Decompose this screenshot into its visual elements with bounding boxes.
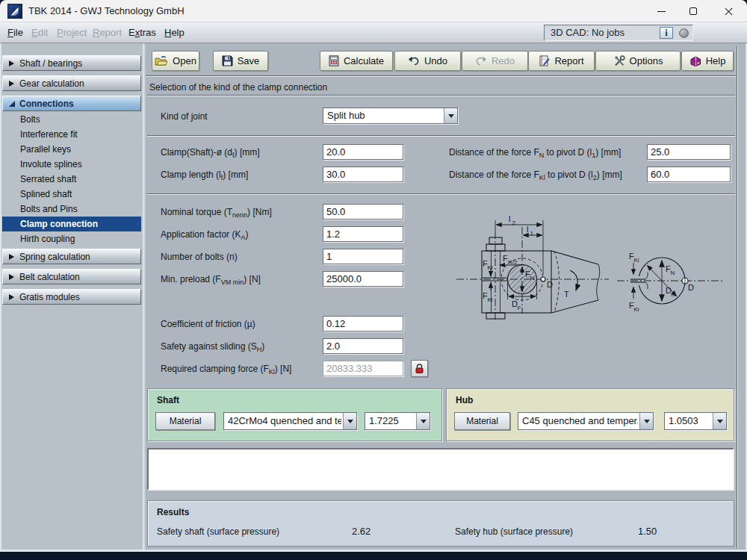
report-label: Report [554, 55, 583, 66]
clamp-connection-front-view-diagram: F N D m D F Kl F Kl [613, 217, 732, 314]
menu-help[interactable]: Help [163, 22, 186, 43]
sidebar-section-shaft-bearings[interactable]: Shaft / bearings [2, 55, 141, 71]
chevron-down-icon[interactable] [416, 413, 430, 429]
menu-extras[interactable]: Extras [127, 22, 158, 43]
number-of-bolts-input[interactable] [323, 249, 403, 264]
help-label: Help [706, 55, 726, 66]
force-fkl-bottom-sub: Kl [634, 306, 639, 313]
hub-material-panel: Hub Material C45 quenched and temper... … [446, 388, 734, 441]
sidebar-item-bolts-and-pins[interactable]: Bolts and Pins [2, 202, 141, 217]
dim-l2-label: l [509, 214, 510, 223]
dim-df-sub: F [518, 305, 521, 311]
menu-file[interactable]: File [6, 22, 25, 43]
calculate-button[interactable]: Calculate [320, 51, 393, 71]
save-label: Save [238, 55, 260, 66]
titlebar: TBK 2014 - GWJ Technology GmbH [0, 0, 747, 22]
maximize-button[interactable] [676, 0, 710, 22]
distance-fkl-input[interactable] [647, 167, 731, 182]
sidebar-item-hirth-coupling[interactable]: Hirth coupling [2, 231, 141, 246]
sidebar-section-spring-calculation[interactable]: Spring calculation [2, 249, 141, 264]
section-label: Connections [19, 99, 74, 109]
min-preload-input[interactable] [323, 271, 403, 287]
application-factor-input[interactable] [323, 226, 403, 242]
options-button[interactable]: Options [595, 51, 681, 71]
distance-fn-label: Distance of the force FN to pivot D (l1)… [449, 147, 621, 159]
shaft-material-panel: Shaft Material 42CrMo4 quenched and te..… [147, 388, 442, 441]
hub-panel-title: Hub [456, 395, 473, 405]
chevron-down-icon[interactable] [444, 108, 457, 123]
chevron-down-icon[interactable] [343, 413, 356, 429]
shaft-material-button[interactable]: Material [155, 412, 215, 430]
message-area[interactable] [147, 448, 734, 491]
redo-button: Redo [462, 51, 528, 71]
sidebar-item-interference-fit[interactable]: Interference fit [2, 127, 141, 142]
shaft-material-number: 1.7225 [369, 413, 415, 429]
pivot-d-label: D [547, 280, 553, 289]
results-title: Results [157, 507, 189, 517]
close-icon [724, 7, 734, 16]
window-bottom-edge [0, 550, 747, 552]
shaft-material-button-label: Material [170, 416, 202, 426]
sidebar-item-splined-shaft[interactable]: Splined shaft [2, 187, 141, 202]
kind-of-joint-select[interactable]: Split hub [323, 108, 458, 124]
dim-l1-label: l [527, 225, 528, 234]
torque-t-label: T [564, 290, 569, 299]
clamp-length-input[interactable] [323, 167, 403, 182]
sidebar-section-gear-calculation[interactable]: Gear calculation [2, 75, 141, 91]
sidebar-item-bolts[interactable]: Bolts [2, 112, 141, 127]
hub-material-button-label: Material [466, 416, 498, 426]
sliding-safety-input[interactable] [323, 338, 403, 354]
separator [147, 193, 735, 195]
force-fn-sub: N [530, 275, 535, 281]
section-label: Shaft / bearings [19, 58, 82, 69]
clamp-diameter-input[interactable] [323, 144, 403, 160]
shaft-material-number-select[interactable]: 1.7225 [365, 412, 430, 430]
sidebar-section-belt-calculation[interactable]: Belt calculation [2, 269, 141, 284]
close-button[interactable] [710, 0, 747, 22]
hub-material-button[interactable]: Material [454, 412, 510, 430]
sidebar-item-involute-splines[interactable]: Involute splines [2, 157, 141, 172]
cad-status-box: 3D CAD: No jobs i [544, 25, 693, 41]
sidebar-item-parallel-keys[interactable]: Parallel keys [2, 142, 141, 157]
pivot-d-label: D [688, 283, 694, 292]
minimize-icon [657, 11, 666, 12]
calculate-label: Calculate [344, 55, 384, 66]
chevron-right-icon [9, 254, 14, 260]
friction-input[interactable] [323, 316, 403, 332]
arrow-undo-icon [408, 56, 420, 66]
shaft-material-select[interactable]: 42CrMo4 quenched and te... [223, 412, 357, 430]
separator [147, 135, 735, 137]
report-button[interactable]: Report [528, 51, 595, 71]
force-fr-sub: R/2 [508, 259, 518, 266]
chevron-right-icon [9, 81, 14, 87]
hub-material-select[interactable]: C45 quenched and temper... [518, 412, 654, 430]
chevron-down-icon[interactable] [639, 413, 653, 429]
distance-fn-input[interactable] [647, 144, 731, 160]
menubar: File Edit Project Report Extras Help 3D … [0, 22, 747, 43]
distance-fkl-label: Distance of the force FKl to pivot D (l2… [449, 169, 622, 181]
lock-toggle-button[interactable] [411, 360, 428, 377]
open-button[interactable]: Open [152, 51, 199, 71]
info-icon[interactable]: i [660, 27, 673, 39]
menu-project: Project [55, 22, 88, 43]
toolbar-separator [146, 75, 737, 77]
sidebar-item-clamp-connection[interactable]: Clamp connection [2, 217, 141, 231]
section-label: Gear calculation [19, 78, 84, 89]
chevron-down-icon[interactable] [713, 413, 726, 429]
sidebar-section-connections[interactable]: Connections [2, 96, 141, 111]
tools-icon [613, 55, 625, 66]
force-fkl-bottom-sub: Kl [488, 296, 493, 303]
sidebar-section-gratis-modules[interactable]: Gratis modules [2, 289, 141, 305]
sidebar-item-serrated-shaft[interactable]: Serrated shaft [2, 172, 141, 187]
undo-button[interactable]: Undo [394, 51, 461, 71]
separator [147, 95, 735, 96]
redo-label: Redo [492, 55, 515, 66]
floppy-disk-icon [222, 55, 233, 66]
hub-material-number-select[interactable]: 1.0503 [664, 412, 727, 430]
save-button[interactable]: Save [213, 51, 268, 71]
min-preload-label: Min. preload (FVM min) [N] [161, 274, 261, 286]
nominal-torque-input[interactable] [323, 204, 403, 220]
minimize-button[interactable] [644, 0, 678, 22]
help-button[interactable]: Help [681, 51, 734, 71]
clamp-diameter-label: Clamp(Shaft)-ø (df) [mm] [161, 147, 260, 159]
